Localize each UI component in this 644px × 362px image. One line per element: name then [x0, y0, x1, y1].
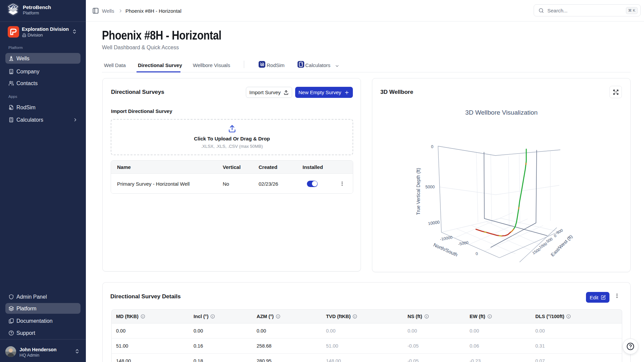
svg-text:North/South: North/South — [433, 242, 459, 257]
svg-text:5000: 5000 — [425, 185, 435, 189]
svg-text:0: 0 — [475, 251, 478, 256]
svg-text:3D Wellbore Visualization: 3D Wellbore Visualization — [465, 109, 538, 116]
svg-text:10000: 10000 — [428, 220, 440, 226]
svg-text:-10000: -10000 — [440, 235, 453, 242]
svg-text:500: 500 — [546, 237, 553, 244]
svg-text:-500: -500 — [555, 228, 564, 236]
svg-text:1500: 1500 — [532, 247, 541, 255]
svg-text:1000: 1000 — [538, 242, 548, 249]
svg-text:0: 0 — [431, 144, 433, 149]
svg-text:True Vertical Depth (ft): True Vertical Depth (ft) — [416, 168, 421, 215]
svg-text:East/West (ft): East/West (ft) — [550, 234, 574, 257]
svg-text:-5000: -5000 — [458, 240, 469, 246]
